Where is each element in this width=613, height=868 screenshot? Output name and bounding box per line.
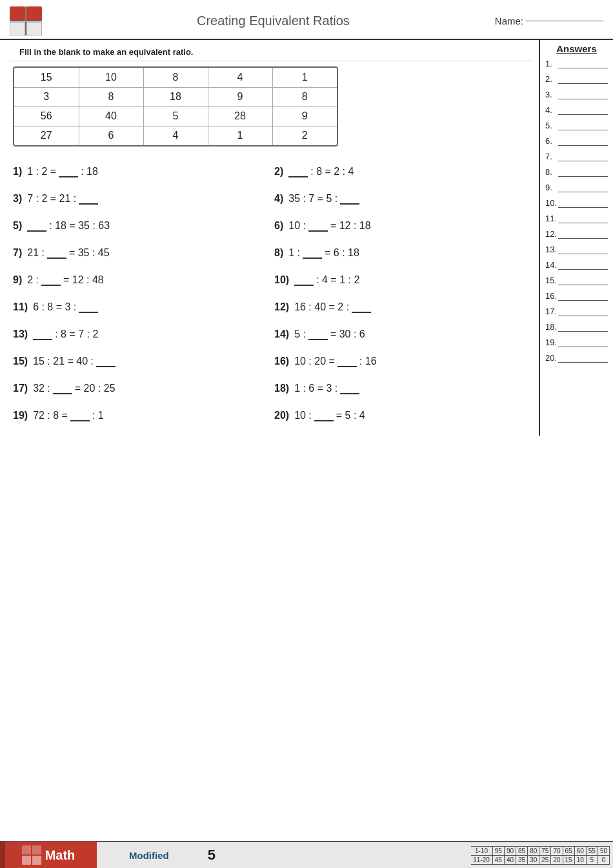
answer-line-11: 11. [545, 213, 608, 223]
answer-line-13: 13. [545, 244, 608, 254]
answer-line-17: 17. [545, 306, 608, 316]
answers-title: Answers [545, 43, 608, 54]
problem-19: 19) 72 : 8 = : 1 [10, 402, 271, 429]
problem-16: 16) 10 : 20 = : 16 [271, 348, 532, 375]
name-field[interactable] [526, 21, 603, 21]
table-cell: 1 [272, 68, 337, 87]
answer-line-2: 2. [545, 74, 608, 84]
blank-7[interactable] [47, 247, 66, 259]
blank-20[interactable] [314, 410, 334, 421]
table-cell: 56 [14, 106, 79, 126]
svg-rect-0 [10, 6, 25, 21]
svg-rect-2 [10, 22, 25, 35]
footer-math-label: Math [0, 842, 97, 868]
svg-rect-7 [32, 845, 41, 854]
answer-line-7: 7. [545, 151, 608, 161]
table-cell: 8 [272, 87, 337, 106]
blank-8[interactable] [303, 247, 322, 259]
answer-line-12: 12. [545, 228, 608, 239]
problem-11: 11) 6 : 8 = 3 : [10, 294, 271, 321]
problem-7: 7) 21 : = 35 : 45 [10, 239, 271, 267]
svg-rect-3 [26, 22, 42, 35]
blank-13[interactable] [33, 328, 52, 340]
table-cell: 27 [14, 126, 79, 145]
blank-6[interactable] [308, 220, 328, 232]
table-cell: 4 [143, 126, 208, 145]
answer-line-10: 10. [545, 197, 608, 208]
blank-14[interactable] [308, 328, 328, 340]
ratio-table: 15 10 8 4 1 3 8 18 9 8 56 40 5 28 [13, 66, 338, 146]
problem-20: 20) 10 : = 5 : 4 [271, 402, 532, 429]
problems-grid: 1) 1 : 2 = : 18 2) : 8 = 2 : 4 3) 7 : 2 … [10, 158, 532, 429]
answer-line-20: 20. [545, 352, 608, 363]
blank-16[interactable] [337, 356, 357, 367]
problem-18: 18) 1 : 6 = 3 : [271, 375, 532, 402]
answer-line-5: 5. [545, 120, 608, 130]
page-header: Creating Equivalent Ratios Name: [0, 0, 613, 40]
blank-10[interactable] [294, 274, 314, 286]
answer-line-8: 8. [545, 167, 608, 177]
blank-2[interactable] [288, 166, 308, 177]
answer-line-14: 14. [545, 259, 608, 270]
problem-9: 9) 2 : = 12 : 48 [10, 267, 271, 294]
blank-4[interactable] [340, 193, 359, 205]
svg-rect-9 [32, 856, 41, 865]
problem-4: 4) 35 : 7 = 5 : [271, 185, 532, 212]
blank-18[interactable] [340, 383, 359, 394]
footer-scoring-table: 1-10 95 90 85 80 75 70 65 60 55 50 11-20… [471, 846, 610, 865]
blank-19[interactable] [70, 410, 90, 421]
worksheet-title: Creating Equivalent Ratios [52, 14, 495, 28]
problem-3: 3) 7 : 2 = 21 : [10, 185, 271, 212]
answer-line-3: 3. [545, 89, 608, 99]
worksheet-area: Fill in the blank to make an equivalent … [0, 40, 539, 436]
blank-3[interactable] [79, 193, 98, 205]
table-cell: 3 [14, 87, 79, 106]
problem-14: 14) 5 : = 30 : 6 [271, 321, 532, 348]
blank-9[interactable] [41, 274, 61, 286]
problem-6: 6) 10 : = 12 : 18 [271, 212, 532, 239]
answers-panel: Answers 1. 2. 3. 4. 5. 6. 7. [539, 40, 613, 436]
blank-11[interactable] [79, 301, 98, 313]
table-cell: 28 [208, 106, 272, 126]
answer-line-6: 6. [545, 136, 608, 146]
table-cell: 1 [208, 126, 272, 145]
problem-12: 12) 16 : 40 = 2 : [271, 294, 532, 321]
page-footer: Math Modified 5 1-10 95 90 85 80 75 70 6… [0, 841, 613, 868]
answer-line-4: 4. [545, 105, 608, 115]
footer-logo-icon [22, 845, 41, 865]
blank-1[interactable] [59, 166, 78, 177]
problem-1: 1) 1 : 2 = : 18 [10, 158, 271, 185]
content-wrapper: Fill in the blank to make an equivalent … [0, 40, 613, 436]
answer-line-9: 9. [545, 182, 608, 192]
problem-10: 10) : 4 = 1 : 2 [271, 267, 532, 294]
blank-15[interactable] [96, 356, 116, 367]
table-cell: 18 [143, 87, 208, 106]
blank-17[interactable] [53, 383, 72, 394]
answer-line-16: 16. [545, 290, 608, 301]
blank-5[interactable] [27, 220, 46, 232]
table-cell: 40 [79, 106, 143, 126]
table-cell: 5 [143, 106, 208, 126]
answer-line-18: 18. [545, 321, 608, 332]
table-cell: 9 [272, 106, 337, 126]
svg-rect-6 [22, 845, 31, 854]
answer-line-1: 1. [545, 58, 608, 68]
footer-number: 5 [208, 847, 216, 863]
table-cell: 2 [272, 126, 337, 145]
problem-5: 5) : 18 = 35 : 63 [10, 212, 271, 239]
problem-8: 8) 1 : = 6 : 18 [271, 239, 532, 267]
instructions-text: Fill in the blank to make an equivalent … [10, 43, 532, 61]
svg-rect-8 [22, 856, 31, 865]
table-cell: 9 [208, 87, 272, 106]
table-cell: 6 [79, 126, 143, 145]
table-cell: 4 [208, 68, 272, 87]
svg-rect-1 [26, 6, 42, 21]
blank-12[interactable] [352, 301, 371, 313]
problem-13: 13) : 8 = 7 : 2 [10, 321, 271, 348]
answer-line-15: 15. [545, 275, 608, 285]
table-cell: 10 [79, 68, 143, 87]
problem-15: 15) 15 : 21 = 40 : [10, 348, 271, 375]
name-label: Name: [495, 15, 523, 26]
problem-2: 2) : 8 = 2 : 4 [271, 158, 532, 185]
table-cell: 8 [79, 87, 143, 106]
